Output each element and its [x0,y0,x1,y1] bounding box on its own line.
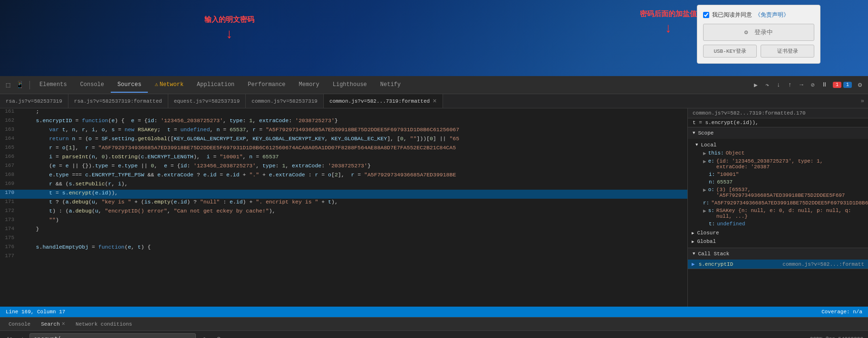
search-input[interactable] [34,336,192,338]
active-frame-icon: ▶ [692,261,695,267]
table-row: 161 ; [0,108,687,117]
call-stack-header[interactable]: ▼ Call Stack [688,248,868,260]
global-header[interactable]: ▶ Global [692,237,864,246]
tab-console[interactable]: Console [74,77,111,93]
step-over-button[interactable]: ↷ [762,80,772,90]
step-out-button[interactable]: ↑ [785,80,795,90]
settings-icon[interactable]: ⚙ [856,81,864,89]
disclaimer-link[interactable]: 《免责声明》 [755,11,789,19]
table-row: 163 var t, n, r, i, o, s = new RSAKey; t… [0,126,687,135]
table-row: 166 i = parseInt(n, 0).toString(c.ENCRYP… [0,154,687,163]
tab-elements[interactable]: Elements [33,77,74,93]
csdn-label: CSDN @qq_54868893 [810,336,863,338]
match-case-option[interactable]: Aa [5,335,14,338]
deactivate-breakpoints-button[interactable]: ⊘ [808,80,818,90]
file-tab-rsa2[interactable]: rsa.js?v=582537319:formatted [68,94,168,108]
search-tab-close-icon[interactable]: × [62,321,65,328]
table-row: 162 s.encryptID = function(e) { e = {id:… [0,117,687,126]
footer-right: CSDN @qq_54868893 [810,336,863,338]
cert-button[interactable]: 证书登录 [761,45,814,58]
warning-badge: 1 [843,82,852,88]
file-tab-rsa1[interactable]: rsa.js?v=582537319 [0,94,68,108]
list-item: ▶ e: {id: '123456_2038725273', type: 1, … [703,157,864,171]
table-row: 172 t) : (a.debug(u, "encryptID() error"… [0,208,687,217]
table-row: 168 e.type === c.ENCRYPT_TYPE_PSW && e.e… [0,172,687,181]
table-row: 176 s.handleEmptyObj = function(e, t) { [0,244,687,253]
devtools-toolbar: ⬚ 📱 Elements Console Sources ⚠Network Ap… [0,76,868,94]
login-loading-button[interactable]: ⚙ 登录中 [703,24,814,41]
clear-search-button[interactable]: ⊘ [213,333,224,338]
file-tab-request[interactable]: equest.js?v=582537319 [168,94,246,108]
code-lines: 161 ; 162 s.encryptID = function(e) { e … [0,108,687,307]
refresh-search-button[interactable]: ↻ [200,333,211,338]
main-content-area: 161 ; 162 s.encryptID = function(e) { e … [0,108,868,307]
table-row: 165 r = o[1], r = "A5F7929734936685A7ED3… [0,145,687,154]
list-item: ▶ o: (3) [65537, 'A5F7929734936685A7ED39… [703,186,864,199]
tab-lighthouse[interactable]: Lighthouse [326,77,374,93]
local-arrow-icon: ▼ [695,143,698,147]
inspect-element-icon[interactable]: ⬚ [4,81,12,89]
call-stack-item[interactable]: ▶ s.encryptID common.js?v=582...:formatt [688,260,868,269]
webpage-background: 输入的明文密码 ↓ 密码后面的加盐值 ↓ 我已阅读并同意 《免责声明》 ⚙ 登录… [0,0,868,76]
bottom-tabs: Console Search × Network conditions [0,317,868,330]
search-bar: Aa .+ ↻ ⊘ CSDN @qq_54868893 [0,330,868,338]
table-row: 175 [0,235,687,244]
tab-network-conditions-bottom[interactable]: Network conditions [71,319,137,329]
step-button[interactable]: → [797,80,806,90]
tab-sources[interactable]: Sources [111,77,148,93]
file-tab-common2[interactable]: common.js?v=582...7319:formatted × [324,94,443,108]
table-row: 174 } [0,226,687,235]
line-column-indicator: Line 169, Column 17 [6,309,65,315]
table-row-highlighted: 170 t = s.encrypt(e.id)), [0,190,687,199]
toolbar-right: ▶ ↷ ↓ ↑ → ⊘ ⏸ 1 1 ⚙ [751,80,864,90]
code-editor[interactable]: 161 ; 162 s.encryptID = function(e) { e … [0,108,687,307]
closure-header[interactable]: ▶ Closure [692,229,864,237]
current-expression: t = s.encrypt(e.id)), [688,118,868,127]
tab-search-bottom[interactable]: Search × [36,319,70,329]
list-item: ▶ s: RSAKey {n: null, e: 0, d: null, p: … [703,207,864,220]
file-tab-common1[interactable]: common.js?v=582537319 [246,94,324,108]
list-item: i: "10001" [703,171,864,178]
right-panel: common.js?v=582...7319:formatted.170 t =… [687,108,868,307]
tab-console-bottom[interactable]: Console [4,319,35,329]
tab-memory[interactable]: Memory [292,77,326,93]
tab-netify[interactable]: Netify [374,77,407,93]
scope-section: ▼ Scope ▼ Local ▶ this: Object [688,127,868,248]
table-row: 164 return n = (o = SF.setting.getGlobal… [0,135,687,145]
tab-network[interactable]: ⚠Network [148,77,190,93]
step-into-button[interactable]: ↓ [774,80,783,90]
expand-tabs-button[interactable]: » [857,98,868,105]
call-stack-section: ▼ Call Stack ▶ s.encryptID common.js?v=5… [688,248,868,269]
error-badge: 1 [833,82,841,88]
scope-arrow-icon: ▼ [693,131,695,135]
list-item: t: undefined [703,220,864,228]
resume-button[interactable]: ▶ [751,80,761,90]
tab-performance[interactable]: Performance [241,77,292,93]
file-preview-line: common.js?v=582...7319:formatted.170 [688,108,868,118]
global-arrow-icon: ▶ [692,239,694,244]
search-action-buttons: ↻ ⊘ [200,333,224,338]
regex-option[interactable]: .+ [16,335,26,338]
device-toolbar-icon[interactable]: 📱 [15,81,24,89]
table-row: 173 "") [0,217,687,226]
table-row: 167 (e = e || {}).type = e.type || 0, e … [0,163,687,172]
search-input-wrapper [29,333,196,338]
scope-header[interactable]: ▼ Scope [688,127,868,139]
call-stack-arrow-icon: ▼ [693,251,695,256]
usb-key-button[interactable]: USB-KEY登录 [703,45,757,58]
agreement-label: 我已阅读并同意 [712,11,752,19]
table-row: 177 [0,253,687,262]
pause-on-exceptions-button[interactable]: ⏸ [820,80,829,90]
browser-content-area: 输入的明文密码 ↓ 密码后面的加盐值 ↓ 我已阅读并同意 《免责声明》 ⚙ 登录… [0,0,868,76]
local-header[interactable]: ▼ Local [695,141,864,149]
tab-application[interactable]: Application [190,77,241,93]
annotation-plaintext: 输入的明文密码 ↓ [204,15,254,41]
file-tabs-bar: rsa.js?v=582537319 rsa.js?v=582537319:fo… [0,94,868,108]
list-item: r: "A5F7929734936685A7ED39918BE75D2DDEE5… [703,199,864,207]
list-item: n: 65537 [703,178,864,186]
table-row: 171 t ? (a.debug(u, "key is " + (is.empt… [0,199,687,208]
annotation-salt: 密码后面的加盐值 ↓ [640,10,697,36]
devtools-tabs: Elements Console Sources ⚠Network Applic… [33,77,750,93]
file-tab-close-icon[interactable]: × [433,97,436,105]
agreement-checkbox[interactable] [703,12,709,18]
